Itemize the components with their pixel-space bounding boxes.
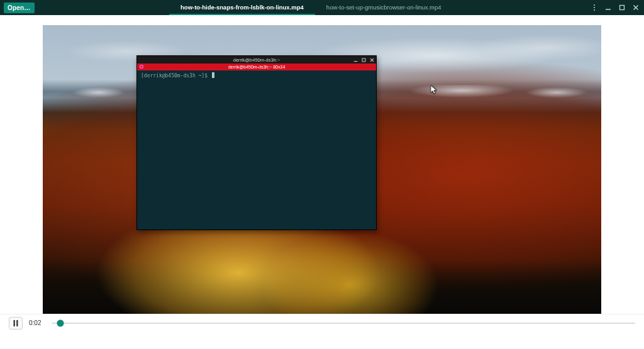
minimize-icon[interactable] — [605, 4, 611, 11]
terminal-maximize-icon[interactable] — [362, 58, 366, 62]
playback-time: 0:02 — [29, 319, 45, 326]
maximize-icon[interactable] — [619, 4, 625, 11]
svg-rect-21 — [16, 320, 18, 326]
svg-point-1 — [594, 7, 595, 8]
seek-bar[interactable] — [52, 318, 635, 328]
tab-inactive[interactable]: how-to-set-up-gmusicbrowser-on-linux.mp4 — [315, 0, 453, 15]
terminal-titlebar: derrik@b450m-ds3h:~ — [137, 56, 376, 64]
video-area: derrik@b450m-ds3h:~ derrik@b450m-ds3h:~ … — [0, 15, 644, 331]
tab-label: how-to-set-up-gmusicbrowser-on-linux.mp4 — [326, 4, 441, 11]
header-window-controls — [591, 4, 639, 11]
file-tabs: how-to-hide-snaps-from-lsblk-on-linux.mp… — [35, 0, 587, 15]
terminal-tabbar: derrik@b450m-ds3h:~ 80x24 — [137, 64, 376, 70]
app-header: Open… how-to-hide-snaps-from-lsblk-on-li… — [0, 0, 644, 15]
svg-rect-4 — [620, 6, 625, 10]
svg-point-0 — [594, 4, 595, 6]
kebab-menu-icon[interactable] — [591, 4, 597, 11]
pause-icon — [13, 320, 18, 326]
terminal-subtitle: derrik@b450m-ds3h:~ 80x24 — [228, 65, 286, 69]
terminal-window-controls — [353, 56, 374, 64]
close-icon[interactable] — [633, 4, 639, 11]
seek-track — [52, 323, 635, 324]
open-button[interactable]: Open… — [4, 3, 35, 13]
video-frame[interactable]: derrik@b450m-ds3h:~ derrik@b450m-ds3h:~ … — [43, 25, 601, 327]
terminal-close-icon[interactable] — [370, 58, 374, 62]
terminal-minimize-icon[interactable] — [353, 58, 358, 62]
seek-thumb[interactable] — [57, 319, 64, 326]
pause-button[interactable] — [9, 317, 23, 330]
svg-point-2 — [594, 9, 595, 11]
terminal-window: derrik@b450m-ds3h:~ derrik@b450m-ds3h:~ … — [136, 55, 377, 230]
terminal-tab-badge-icon — [140, 65, 143, 69]
tab-label: how-to-hide-snaps-from-lsblk-on-linux.mp… — [180, 4, 304, 11]
tab-active[interactable]: how-to-hide-snaps-from-lsblk-on-linux.mp… — [169, 0, 315, 15]
terminal-prompt: [derrik@b450m-ds3h ~]$ — [141, 73, 214, 79]
svg-rect-8 — [362, 58, 365, 62]
player-controls: 0:02 — [0, 314, 644, 331]
terminal-body: [derrik@b450m-ds3h ~]$ — [137, 70, 376, 230]
terminal-title: derrik@b450m-ds3h:~ — [233, 57, 280, 63]
svg-rect-20 — [14, 320, 15, 326]
